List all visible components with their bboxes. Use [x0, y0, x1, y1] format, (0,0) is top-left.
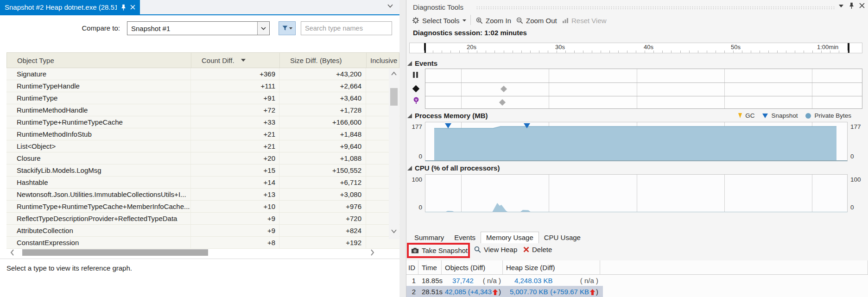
take-snapshot-button[interactable]: Take Snapshot: [411, 246, 468, 254]
memory-chart[interactable]: [425, 122, 848, 161]
horizontal-scroll-thumb[interactable]: [22, 249, 208, 256]
snapshot-objects-cell: 37,742( n/a ): [442, 275, 503, 286]
event-marker[interactable]: [501, 86, 507, 92]
scroll-down-icon[interactable]: [391, 229, 397, 235]
cpu-ymax-label-right: 100: [850, 176, 864, 183]
table-row[interactable]: StackifyLib.Models.LogMsg+15+150,552: [6, 164, 399, 177]
active-tab-underline: [0, 14, 399, 15]
window-chevron-icon[interactable]: [839, 5, 843, 8]
column-header-size-diff[interactable]: Size Diff. (Bytes): [280, 53, 367, 68]
table-row[interactable]: RuntimeType+RuntimeTypeCache+33+166,600: [6, 116, 399, 128]
count-diff-cell: +10: [191, 201, 279, 212]
table-row[interactable]: ReflectTypeDescriptionProvider+Reflected…: [6, 213, 399, 225]
vertical-scrollbar[interactable]: [389, 69, 399, 239]
snapshot-column-header[interactable]: ID: [406, 260, 418, 274]
heap-table-header: Object Type Count Diff. Size Diff. (Byte…: [6, 52, 399, 68]
object-type-cell: RuntimeType+RuntimeTypeCache+MemberInfoC…: [6, 201, 191, 212]
reset-view-button[interactable]: Reset View: [562, 15, 607, 26]
events-track-grid[interactable]: [425, 69, 862, 109]
snapshot-column-header[interactable]: Time: [418, 260, 442, 274]
search-input[interactable]: [301, 21, 392, 35]
delete-snapshot-button[interactable]: Delete: [523, 246, 552, 253]
zoom-out-button[interactable]: Zoom Out: [516, 15, 557, 26]
heap-diff: ( n/a ): [580, 277, 600, 284]
object-type-cell: AttributeCollection: [6, 225, 191, 236]
column-header-count-diff[interactable]: Count Diff.: [191, 53, 280, 68]
view-heap-button[interactable]: View Heap: [474, 246, 517, 253]
objects-diff: ( n/a ): [483, 277, 503, 284]
count-diff-cell: +14: [191, 177, 279, 188]
object-type-cell: Closure: [6, 152, 191, 164]
objects-count-link[interactable]: 42,085: [445, 288, 466, 296]
zoom-in-button[interactable]: Zoom In: [476, 15, 511, 26]
tab-list-chevron-icon[interactable]: [387, 4, 395, 11]
table-row[interactable]: Newtonsoft.Json.Utilities.ImmutableColle…: [6, 189, 399, 201]
snapshot-column-header[interactable]: Heap Size (Diff): [503, 260, 600, 274]
snapshot-row[interactable]: 118.85s37,742( n/a )4,248.03 KB( n/a ): [406, 275, 868, 286]
size-diff-cell: +1,848: [279, 128, 366, 140]
table-row[interactable]: List<Object>+21+9,640: [6, 140, 399, 152]
table-row[interactable]: Hashtable+14+6,712: [6, 177, 399, 189]
scroll-right-icon[interactable]: [370, 249, 377, 256]
select-tools-button[interactable]: Select Tools: [412, 15, 466, 26]
close-icon[interactable]: [130, 5, 135, 10]
document-tab-bar: Snapshot #2 Heap dotnet.exe (28.51s): [0, 0, 399, 14]
legend-label: GC: [745, 112, 754, 119]
object-type-cell: Signature: [6, 68, 191, 80]
horizontal-scrollbar[interactable]: [6, 249, 385, 256]
objects-diff: (+4,343): [468, 288, 503, 296]
snapshot-row[interactable]: 228.51s42,085(+4,343)5,007.70 KB(+759.67…: [406, 286, 603, 297]
scroll-up-icon[interactable]: [391, 71, 397, 78]
cpu-ymin-label-right: 0: [850, 204, 864, 211]
event-marker[interactable]: [499, 99, 506, 106]
tab-events[interactable]: Events: [449, 232, 481, 243]
memory-section-header[interactable]: Process Memory (MB) GCSnapshotPrivate By…: [407, 112, 862, 120]
red-up-arrow-icon: [493, 288, 498, 296]
window-close-icon[interactable]: [859, 3, 865, 8]
compare-to-combobox[interactable]: Snapshot #1: [127, 21, 270, 35]
table-row[interactable]: RuntimeType+91+3,640: [6, 92, 399, 104]
count-diff-cell: +15: [191, 164, 279, 176]
column-header-object-type[interactable]: Object Type: [7, 53, 191, 68]
cpu-section-header[interactable]: CPU (% of all processors): [407, 164, 500, 172]
cpu-ymax-label-left: 100: [408, 176, 422, 183]
size-diff-cell: +9,640: [279, 140, 366, 152]
tab-memory-usage[interactable]: Memory Usage: [481, 232, 539, 243]
tab-snapshot2-heap[interactable]: Snapshot #2 Heap dotnet.exe (28.51s): [0, 0, 140, 14]
table-row[interactable]: ConstantExpression+8+192: [6, 237, 399, 249]
panel-drag-grip[interactable]: [476, 6, 835, 10]
size-diff-cell: +1,728: [279, 104, 366, 116]
heap-size-link[interactable]: 5,007.70 KB: [510, 288, 548, 296]
table-row[interactable]: RuntimeType+RuntimeTypeCache+MemberInfoC…: [6, 201, 399, 213]
events-section-header[interactable]: Events: [407, 59, 437, 67]
diff-close-paren: ): [596, 288, 598, 296]
divider: [0, 259, 399, 259]
tab-summary[interactable]: Summary: [409, 232, 449, 243]
table-row[interactable]: RuntimeMethodInfoStub+21+1,848: [6, 128, 399, 140]
magnifier-icon: [474, 246, 481, 253]
table-row[interactable]: Signature+369+43,200: [6, 68, 399, 80]
heap-size-link[interactable]: 4,248.03 KB: [514, 277, 553, 284]
objects-count-link[interactable]: 37,742: [452, 277, 474, 284]
window-pin-icon[interactable]: [849, 2, 854, 9]
table-row[interactable]: AttributeCollection+9+824: [6, 225, 399, 237]
table-row[interactable]: Closure+20+1,088: [6, 152, 399, 164]
tab-cpu-usage[interactable]: CPU Usage: [539, 232, 586, 243]
table-row[interactable]: RuntimeTypeHandle+111+2,664: [6, 80, 399, 92]
snapshot-marker-2[interactable]: [524, 123, 530, 128]
snapshot-column-header[interactable]: Objects (Diff): [442, 260, 503, 274]
timeline-ruler[interactable]: 20s30s40s50s1:00min: [409, 43, 862, 53]
vertical-scroll-thumb[interactable]: [390, 88, 398, 106]
zoom-out-icon: [516, 17, 523, 24]
snapshot-time-cell: 18.85s: [418, 275, 442, 286]
filter-button[interactable]: [279, 21, 296, 35]
scroll-left-icon[interactable]: [10, 249, 17, 256]
memory-legend: GCSnapshotPrivate Bytes: [738, 112, 856, 119]
combobox-chevron-icon[interactable]: [257, 22, 269, 35]
table-row[interactable]: RuntimeMethodHandle+72+1,728: [6, 104, 399, 116]
pin-icon[interactable]: [121, 4, 126, 11]
snapshot-marker-1[interactable]: [445, 123, 451, 128]
column-header-inclusive[interactable]: Inclusive S: [367, 53, 399, 68]
cpu-chart[interactable]: [425, 174, 848, 212]
intellitrace-icon: [413, 97, 419, 104]
